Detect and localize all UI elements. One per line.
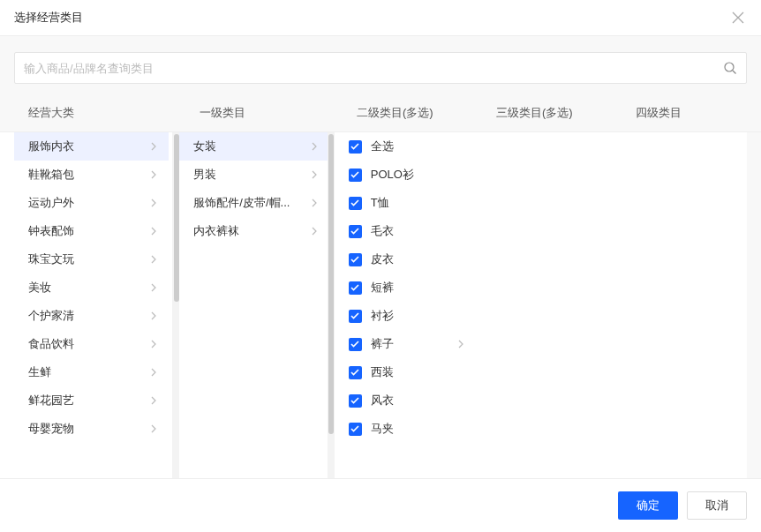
col-header-2: 二级类目(多选) <box>343 105 482 121</box>
category-label: 个护家清 <box>28 308 74 324</box>
level1-category-item[interactable]: 服饰配件/皮带/帽... <box>179 189 334 217</box>
level2-category-item[interactable]: T恤 <box>335 189 472 217</box>
chevron-right-icon <box>151 227 156 236</box>
level2-category-item[interactable]: 皮衣 <box>335 245 472 273</box>
level1-category-item[interactable]: 男装 <box>179 161 334 189</box>
col-header-3: 三级类目(多选) <box>482 105 622 121</box>
chevron-right-icon <box>312 142 317 151</box>
chevron-right-icon <box>312 199 317 207</box>
search-icon[interactable] <box>723 61 737 75</box>
col-list-0: 服饰内衣鞋靴箱包运动户外钟表配饰珠宝文玩美妆个护家清食品饮料生鲜鲜花园艺母婴宠物 <box>14 132 169 478</box>
chevron-right-icon <box>151 311 156 320</box>
category-label: 服饰内衣 <box>28 139 74 154</box>
chevron-right-icon <box>151 368 156 377</box>
category-label: 裤子 <box>371 336 458 352</box>
category-label: 母婴宠物 <box>28 421 74 437</box>
col-list-1: 女装男装服饰配件/皮带/帽...内衣裤袜 <box>179 132 334 478</box>
category-label: 衬衫 <box>371 308 463 324</box>
level2-category-item[interactable]: POLO衫 <box>335 161 472 189</box>
level2-category-item[interactable]: 马夹 <box>335 415 472 443</box>
category-label: POLO衫 <box>371 167 463 183</box>
level2-category-item[interactable]: 衬衫 <box>335 302 472 330</box>
chevron-right-icon <box>151 142 156 151</box>
search-box <box>14 52 747 84</box>
category-label: 西装 <box>371 364 463 380</box>
chevron-right-icon <box>151 424 156 433</box>
svg-line-1 <box>733 71 736 74</box>
category-label: 生鲜 <box>28 364 51 380</box>
checkbox-checked-icon[interactable] <box>349 338 362 351</box>
chevron-right-icon <box>151 170 156 179</box>
checkbox-checked-icon[interactable] <box>349 394 362 408</box>
svg-point-0 <box>725 63 734 71</box>
chevron-right-icon <box>458 340 463 348</box>
major-category-item[interactable]: 鞋靴箱包 <box>14 161 169 189</box>
modal-footer: 确定 取消 <box>0 478 761 532</box>
chevron-right-icon <box>151 199 156 207</box>
major-category-item[interactable]: 服饰内衣 <box>14 132 169 161</box>
category-label: 风衣 <box>371 393 463 408</box>
level2-category-item[interactable]: 毛衣 <box>335 217 472 245</box>
checkbox-checked-icon[interactable] <box>349 225 362 238</box>
major-category-item[interactable]: 鲜花园艺 <box>14 386 169 415</box>
search-input[interactable] <box>24 62 723 75</box>
chevron-right-icon <box>151 283 156 292</box>
category-label: 鲜花园艺 <box>28 393 74 408</box>
category-label: 钟表配饰 <box>28 223 74 239</box>
category-label: 全选 <box>371 139 463 154</box>
major-category-item[interactable]: 母婴宠物 <box>14 415 169 443</box>
category-label: 服饰配件/皮带/帽... <box>193 195 290 211</box>
col-list-4 <box>609 132 747 478</box>
category-label: 运动户外 <box>28 195 74 211</box>
col-header-0: 经营大类 <box>14 105 171 121</box>
cancel-button[interactable]: 取消 <box>687 491 747 520</box>
checkbox-checked-icon[interactable] <box>349 281 362 295</box>
level1-category-item[interactable]: 女装 <box>179 132 334 161</box>
close-icon[interactable] <box>729 9 747 26</box>
category-label: 女装 <box>193 139 216 154</box>
major-category-item[interactable]: 食品饮料 <box>14 330 169 358</box>
category-body: 服饰内衣鞋靴箱包运动户外钟表配饰珠宝文玩美妆个护家清食品饮料生鲜鲜花园艺母婴宠物… <box>0 132 747 478</box>
level2-category-item[interactable]: 风衣 <box>335 386 472 415</box>
checkbox-checked-icon[interactable] <box>349 366 362 379</box>
level1-category-item[interactable]: 内衣裤袜 <box>179 217 334 245</box>
category-label: 鞋靴箱包 <box>28 167 74 183</box>
checkbox-checked-icon[interactable] <box>349 310 362 323</box>
modal-header: 选择经营类目 <box>0 0 761 36</box>
major-category-item[interactable]: 钟表配饰 <box>14 217 169 245</box>
category-label: 美妆 <box>28 280 51 296</box>
category-modal: 选择经营类目 经营大类 一级类目 二级类目(多选) 三级类目(多选) 四级类目 … <box>0 0 761 532</box>
category-label: 内衣裤袜 <box>193 223 239 239</box>
category-label: 珠宝文玩 <box>28 251 74 267</box>
level2-category-item[interactable]: 短裤 <box>335 273 472 302</box>
search-wrapper <box>0 36 761 96</box>
chevron-right-icon <box>151 340 156 348</box>
level2-category-item[interactable]: 裤子 <box>335 330 472 358</box>
category-label: 马夹 <box>371 421 463 437</box>
checkbox-checked-icon[interactable] <box>349 169 362 182</box>
category-columns-header: 经营大类 一级类目 二级类目(多选) 三级类目(多选) 四级类目 <box>0 96 761 132</box>
category-label: 食品饮料 <box>28 336 74 352</box>
major-category-item[interactable]: 生鲜 <box>14 358 169 386</box>
level2-category-item[interactable]: 全选 <box>335 132 472 161</box>
category-label: 皮衣 <box>371 251 463 267</box>
major-category-item[interactable]: 珠宝文玩 <box>14 245 169 273</box>
major-category-item[interactable]: 个护家清 <box>14 302 169 330</box>
category-label: 毛衣 <box>371 223 463 239</box>
col-header-4: 四级类目 <box>622 105 761 121</box>
scrollbar-col0[interactable] <box>169 132 179 478</box>
confirm-button[interactable]: 确定 <box>618 491 678 520</box>
category-label: T恤 <box>371 195 463 211</box>
category-label: 短裤 <box>371 280 463 296</box>
col-header-1: 一级类目 <box>185 105 343 121</box>
col-list-3 <box>472 132 610 478</box>
col-list-2: 全选POLO衫T恤毛衣皮衣短裤衬衫裤子西装风衣马夹 <box>335 132 472 478</box>
checkbox-checked-icon[interactable] <box>349 423 362 436</box>
major-category-item[interactable]: 运动户外 <box>14 189 169 217</box>
checkbox-checked-icon[interactable] <box>349 140 362 154</box>
checkbox-checked-icon[interactable] <box>349 253 362 266</box>
level2-category-item[interactable]: 西装 <box>335 358 472 386</box>
major-category-item[interactable]: 美妆 <box>14 273 169 302</box>
modal-title: 选择经营类目 <box>14 10 83 26</box>
checkbox-checked-icon[interactable] <box>349 197 362 210</box>
